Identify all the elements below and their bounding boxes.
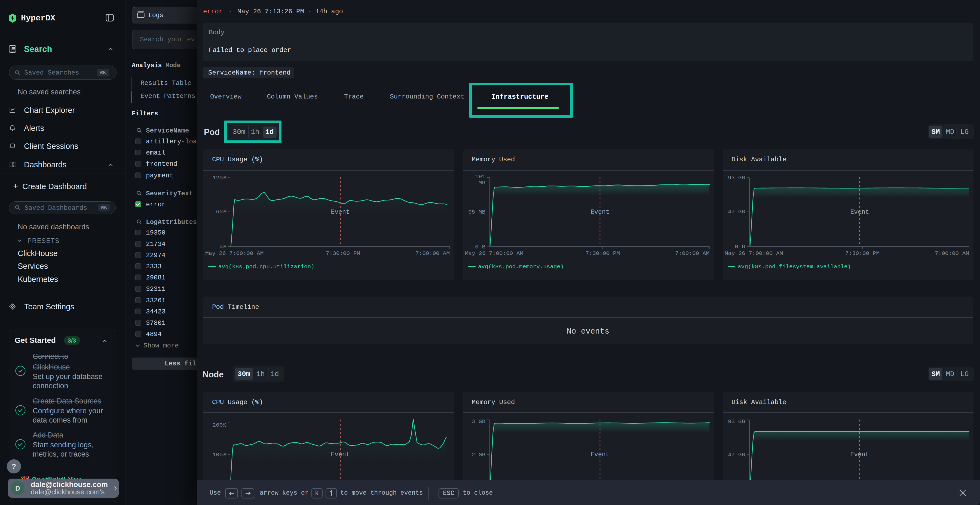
svg-text:3 GB: 3 GB — [472, 418, 485, 425]
svg-text:95 MB: 95 MB — [468, 209, 485, 215]
svg-text:May 26 7:00:00 AM: May 26 7:00:00 AM — [465, 250, 523, 257]
svg-text:7:30:00 PM: 7:30:00 PM — [845, 250, 880, 257]
svg-text:120%: 120% — [213, 175, 226, 181]
svg-text:47 GB: 47 GB — [728, 452, 745, 458]
svg-text:Event: Event — [850, 451, 869, 458]
svg-text:May 26 7:00:00 AM: May 26 7:00:00 AM — [205, 250, 264, 257]
svg-text:Event: Event — [331, 451, 350, 458]
svg-text:Event: Event — [590, 451, 609, 458]
svg-text:100%: 100% — [213, 452, 226, 458]
svg-text:Event: Event — [590, 209, 609, 216]
svg-text:avg(k8s.pod.cpu.utilization): avg(k8s.pod.cpu.utilization) — [218, 264, 314, 270]
svg-text:MB: MB — [479, 179, 485, 186]
svg-text:200%: 200% — [213, 422, 226, 428]
svg-text:7:30:00 PM: 7:30:00 PM — [326, 250, 360, 257]
svg-text:7:00:00 AM: 7:00:00 AM — [935, 250, 969, 257]
svg-text:7:00:00 AM: 7:00:00 AM — [675, 250, 710, 257]
svg-text:7:00:00 AM: 7:00:00 AM — [415, 250, 450, 257]
svg-text:Event: Event — [331, 209, 350, 216]
svg-text:60%: 60% — [216, 209, 226, 215]
svg-text:avg(k8s.pod.memory.usage): avg(k8s.pod.memory.usage) — [478, 264, 564, 270]
svg-text:0 B: 0 B — [475, 244, 485, 250]
svg-text:93 GB: 93 GB — [728, 175, 745, 181]
svg-text:93 GB: 93 GB — [728, 418, 745, 425]
svg-text:2 GB: 2 GB — [472, 452, 485, 458]
svg-text:0 B: 0 B — [735, 243, 745, 250]
svg-text:47 GB: 47 GB — [728, 209, 745, 215]
svg-text:avg(k8s.pod.filesystem.availab: avg(k8s.pod.filesystem.available) — [738, 264, 851, 270]
svg-text:191: 191 — [475, 173, 485, 180]
svg-text:0%: 0% — [220, 243, 226, 250]
svg-text:Event: Event — [850, 209, 869, 216]
svg-text:May 26 7:00:00 AM: May 26 7:00:00 AM — [725, 250, 783, 257]
svg-text:7:30:00 PM: 7:30:00 PM — [585, 250, 620, 257]
